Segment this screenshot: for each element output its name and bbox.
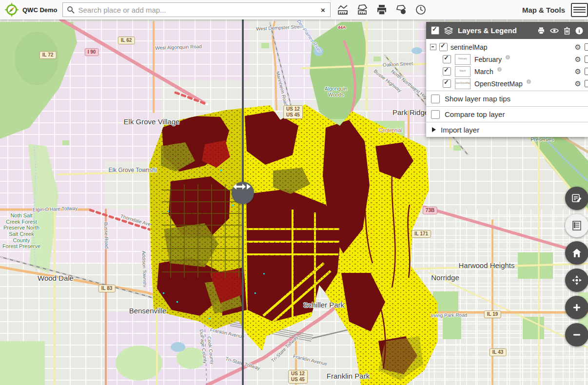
layer-legend-thumbnail: March xyxy=(455,66,470,77)
layer-info-icon[interactable]: i xyxy=(527,79,531,84)
option-checkbox[interactable] xyxy=(431,110,440,119)
map-tools-menu-label[interactable]: Map & Tools xyxy=(522,6,565,14)
panel-master-checkbox[interactable] xyxy=(431,26,439,35)
option-label: Show layer map tips xyxy=(445,95,510,103)
layer-checkbox[interactable] xyxy=(443,67,451,76)
layer-info-icon[interactable]: i xyxy=(506,55,510,59)
group-checkbox[interactable] xyxy=(439,43,448,51)
layer-name: OpenStreetMap xyxy=(474,80,523,88)
layer-name: February xyxy=(474,56,502,63)
edit-note-button[interactable] xyxy=(565,187,588,210)
layer-row[interactable]: February February i ⚙ xyxy=(426,53,588,65)
layer-group-row[interactable]: sentinelMap ⚙ xyxy=(426,41,588,53)
home-extent-button[interactable] xyxy=(565,241,588,265)
info-icon[interactable]: i xyxy=(575,27,583,35)
app-title: QWC Demo xyxy=(22,6,58,14)
zoom-out-button[interactable] xyxy=(565,323,588,346)
zoom-in-button[interactable] xyxy=(565,296,588,319)
trash-icon[interactable] xyxy=(564,27,570,35)
collapse-expander-icon[interactable] xyxy=(430,44,436,50)
search-clear-button[interactable]: × xyxy=(316,6,330,14)
layer-row[interactable]: March March i ⚙ xyxy=(426,65,588,77)
layer-info-icon[interactable]: i xyxy=(497,67,502,72)
compare-slider-handle[interactable] xyxy=(232,182,254,204)
panel-option-row[interactable]: Compare top layer xyxy=(426,106,588,122)
import-layer-label: Import layer xyxy=(441,126,479,134)
legend-list-button[interactable] xyxy=(565,214,588,237)
topbar-right: Map & Tools xyxy=(522,3,588,17)
print-legend-icon[interactable] xyxy=(537,27,545,35)
measure-line-icon[interactable] xyxy=(336,3,349,16)
clipped-layer-menu-icon[interactable] xyxy=(585,80,588,87)
group-name: sentinelMap xyxy=(451,43,488,51)
layer-checkbox[interactable] xyxy=(443,79,451,88)
identify-icon[interactable]: i xyxy=(395,3,408,16)
search-icon xyxy=(67,6,75,14)
layers-legend-panel: Layers & Legend i sentinelMap ⚙ xyxy=(426,22,588,137)
clipped-layer-menu-icon[interactable] xyxy=(585,43,588,51)
search-box: × xyxy=(62,2,331,17)
option-checkbox[interactable] xyxy=(431,95,440,103)
import-layer-row[interactable]: Import layer xyxy=(426,122,588,137)
option-label: Compare top layer xyxy=(445,110,505,118)
expand-arrow-icon xyxy=(432,127,436,132)
clipped-layer-menu-icon[interactable] xyxy=(585,68,588,75)
visibility-eye-icon[interactable] xyxy=(550,27,559,34)
search-input[interactable] xyxy=(78,5,316,15)
group-settings-gear-icon[interactable]: ⚙ xyxy=(575,43,581,51)
panel-header: Layers & Legend i xyxy=(426,22,588,39)
layers-stack-icon xyxy=(444,27,453,35)
panel-option-row[interactable]: Show layer map tips xyxy=(426,91,588,106)
print-icon[interactable] xyxy=(375,3,388,16)
svg-text:i: i xyxy=(403,10,404,14)
layer-legend-thumbnail: OpenStreetMap xyxy=(455,78,470,89)
clipped-layer-menu-icon[interactable] xyxy=(585,56,588,63)
layer-settings-gear-icon[interactable]: ⚙ xyxy=(575,80,581,87)
locate-button[interactable] xyxy=(565,269,588,292)
layer-settings-gear-icon[interactable]: ⚙ xyxy=(575,68,581,75)
compass-logo-icon xyxy=(4,2,20,18)
layer-checkbox[interactable] xyxy=(443,55,451,63)
time-icon[interactable] xyxy=(414,3,427,16)
hamburger-menu-button[interactable] xyxy=(571,3,588,17)
layer-row[interactable]: OpenStreetMap OpenStreetMap i ⚙ xyxy=(426,77,588,90)
toolbar: i xyxy=(336,3,427,16)
layer-legend-thumbnail: February xyxy=(455,54,470,65)
svg-text:i: i xyxy=(578,28,580,34)
panel-title: Layers & Legend xyxy=(458,26,517,35)
layer-settings-gear-icon[interactable]: ⚙ xyxy=(575,56,581,63)
measure-area-icon[interactable] xyxy=(356,3,369,16)
app-window: Elk Grove VillageElk Grove TownshiPark R… xyxy=(0,0,588,385)
swipe-arrows-icon xyxy=(232,182,251,192)
app-logo: QWC Demo xyxy=(0,2,62,18)
layer-name: March xyxy=(474,68,493,76)
top-bar: QWC Demo × xyxy=(0,0,588,19)
layer-tree: sentinelMap ⚙ February February i ⚙ xyxy=(426,39,588,91)
